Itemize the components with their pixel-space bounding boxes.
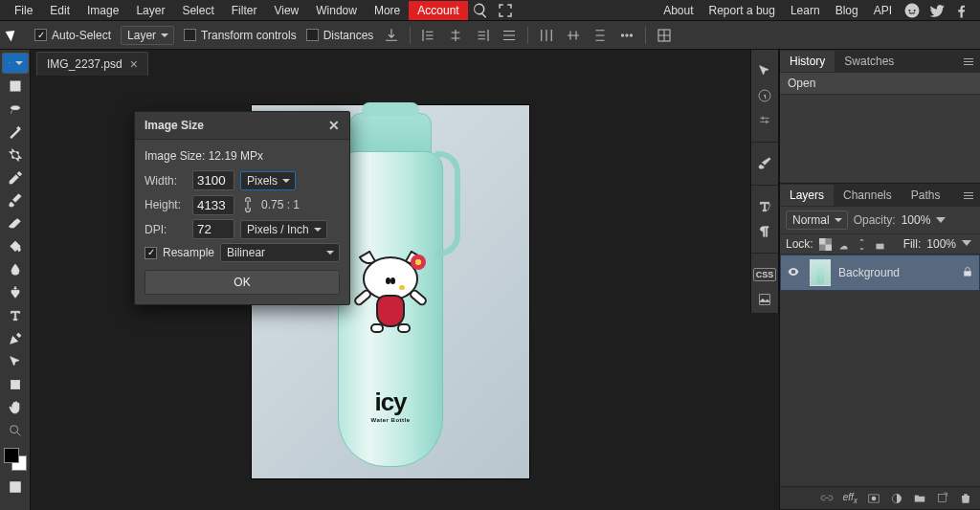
color-swatches[interactable]: [4, 448, 27, 471]
tab-history[interactable]: History: [780, 51, 835, 72]
layer-fx-icon[interactable]: effx: [843, 492, 858, 505]
link-learn[interactable]: Learn: [783, 1, 828, 20]
ok-button[interactable]: OK: [145, 270, 340, 295]
dialog-close-icon[interactable]: ✕: [328, 118, 340, 133]
paragraph-panel-icon[interactable]: [754, 222, 775, 241]
clone-tool[interactable]: [2, 282, 29, 303]
distribute-right-icon[interactable]: [591, 27, 609, 44]
close-tab-icon[interactable]: ×: [130, 57, 138, 71]
move-tool[interactable]: [2, 53, 29, 74]
twitter-icon[interactable]: [928, 2, 946, 19]
layer-visibility-icon[interactable]: [787, 265, 802, 281]
link-api[interactable]: API: [866, 1, 900, 20]
download-icon[interactable]: [383, 27, 400, 44]
pen-tool[interactable]: [2, 328, 29, 349]
crop-tool[interactable]: [2, 144, 29, 166]
layer-name[interactable]: Background: [838, 266, 954, 279]
menu-image[interactable]: Image: [78, 1, 127, 20]
dpi-unit-select[interactable]: Pixels / Inch: [240, 220, 327, 239]
resample-method-select[interactable]: Bilinear: [220, 243, 340, 262]
align-center-h-icon[interactable]: [447, 27, 464, 44]
autoselect-toggle[interactable]: Auto-Select: [34, 29, 111, 42]
delete-layer-icon[interactable]: [959, 492, 972, 505]
layer-row[interactable]: Background: [780, 255, 980, 291]
eraser-tool[interactable]: [2, 213, 29, 234]
lock-all-icon[interactable]: [874, 238, 886, 251]
facebook-icon[interactable]: [953, 2, 970, 19]
layer-lock-icon[interactable]: [962, 266, 973, 280]
fullscreen-icon[interactable]: [497, 2, 514, 19]
type-tool[interactable]: [2, 305, 29, 326]
transform-checkbox[interactable]: [184, 29, 196, 41]
history-item-open[interactable]: Open: [780, 73, 980, 95]
lock-transparent-icon[interactable]: [819, 238, 832, 251]
link-layers-icon[interactable]: [820, 492, 834, 505]
menu-window[interactable]: Window: [307, 1, 366, 20]
distribute-center-icon[interactable]: [565, 27, 582, 44]
search-icon[interactable]: [472, 2, 489, 19]
layer-thumbnail[interactable]: [810, 259, 831, 286]
bucket-tool[interactable]: [2, 236, 29, 257]
constrain-proportions-icon[interactable]: [240, 194, 256, 215]
reddit-icon[interactable]: [903, 2, 921, 19]
eyedropper-tool[interactable]: [2, 167, 29, 188]
distribute-more-icon[interactable]: [618, 27, 635, 44]
marquee-tool[interactable]: [2, 76, 29, 97]
blur-tool[interactable]: [2, 259, 29, 280]
tab-paths[interactable]: Paths: [902, 185, 950, 206]
autoselect-checkbox[interactable]: [34, 29, 47, 41]
link-blog[interactable]: Blog: [828, 1, 866, 20]
dpi-input[interactable]: [192, 219, 234, 239]
transform-controls-toggle[interactable]: Transform controls: [184, 29, 297, 42]
cursor-panel-icon[interactable]: [754, 61, 775, 80]
brush-tool[interactable]: [2, 190, 29, 211]
fill-value[interactable]: 100%: [926, 237, 956, 251]
height-input[interactable]: [192, 195, 234, 215]
new-layer-icon[interactable]: [936, 492, 949, 505]
distribute-left-icon[interactable]: [538, 27, 555, 44]
character-panel-icon[interactable]: [754, 197, 775, 216]
opacity-value[interactable]: 100%: [902, 213, 931, 227]
info-panel-icon[interactable]: [754, 86, 775, 105]
tab-channels[interactable]: Channels: [834, 185, 902, 206]
autoselect-target-select[interactable]: Layer: [121, 26, 174, 45]
width-input[interactable]: [192, 170, 234, 190]
width-unit-select[interactable]: Pixels: [240, 171, 296, 190]
path-select-tool[interactable]: [2, 351, 29, 372]
distances-checkbox[interactable]: [306, 29, 319, 41]
document-tab[interactable]: IMG_2237.psd ×: [36, 52, 148, 76]
menu-more[interactable]: More: [366, 1, 409, 20]
opacity-dropdown-icon[interactable]: [936, 215, 946, 225]
tab-swatches[interactable]: Swatches: [835, 51, 903, 72]
history-panel-menu-icon[interactable]: [961, 54, 976, 69]
link-report-bug[interactable]: Report a bug: [702, 1, 783, 20]
thumbnail-panel-icon[interactable]: [754, 290, 775, 309]
fill-dropdown-icon[interactable]: [962, 238, 974, 251]
wand-tool[interactable]: [2, 122, 29, 143]
adjustment-layer-icon[interactable]: [890, 492, 903, 505]
adjustments-panel-icon[interactable]: [754, 111, 775, 130]
menu-edit[interactable]: Edit: [41, 1, 78, 20]
menu-select[interactable]: Select: [173, 1, 222, 20]
grid-icon[interactable]: [656, 27, 673, 44]
menu-layer[interactable]: Layer: [127, 1, 173, 20]
align-left-icon[interactable]: [420, 27, 437, 44]
zoom-tool[interactable]: [2, 420, 29, 441]
brush-panel-icon[interactable]: [754, 154, 775, 173]
distances-toggle[interactable]: Distances: [306, 29, 374, 42]
resample-checkbox[interactable]: [145, 247, 157, 259]
menu-view[interactable]: View: [265, 1, 307, 20]
menu-account[interactable]: Account: [409, 1, 467, 20]
align-right-icon[interactable]: [474, 27, 491, 44]
align-more-icon[interactable]: [501, 27, 518, 44]
hand-tool[interactable]: [2, 397, 29, 418]
quickmask-tool[interactable]: [2, 477, 29, 498]
css-panel-icon[interactable]: CSS: [754, 265, 775, 284]
lock-position-icon[interactable]: [856, 238, 868, 251]
lasso-tool[interactable]: [2, 99, 29, 120]
blend-mode-select[interactable]: Normal: [786, 211, 848, 230]
folder-layer-icon[interactable]: [913, 492, 926, 505]
menu-file[interactable]: File: [6, 1, 41, 20]
layer-mask-icon[interactable]: [867, 492, 880, 505]
tab-layers[interactable]: Layers: [780, 185, 834, 206]
